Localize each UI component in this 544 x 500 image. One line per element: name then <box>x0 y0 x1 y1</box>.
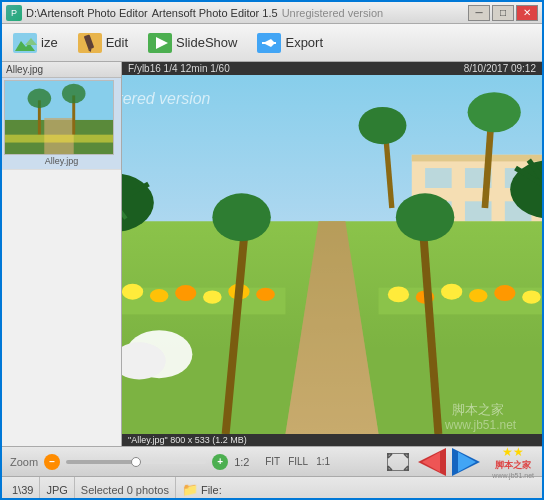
svg-point-30 <box>359 107 407 144</box>
file-section: 📁 File: <box>176 477 228 500</box>
zoom-text-label: Zoom <box>10 456 38 468</box>
app-path: D:\Artensoft Photo Editor <box>26 7 148 19</box>
thumb-label-1: Alley.jpg <box>4 155 119 167</box>
main-area: Alley.jpg Alley.jpg <box>2 62 542 446</box>
svg-point-68 <box>396 193 455 241</box>
title-bar-left: P D:\Artensoft Photo Editor Artensoft Ph… <box>6 5 383 21</box>
thumbnail-panel: Alley.jpg Alley.jpg <box>2 62 122 446</box>
svg-point-40 <box>150 289 169 302</box>
slideshow-label: SlideShow <box>176 35 237 50</box>
logo-area: ★★ 脚本之家 www.jb51.net <box>492 445 534 479</box>
svg-text:脚本之家: 脚本之家 <box>452 402 504 417</box>
zoom-fill-button[interactable]: FILL <box>288 456 308 467</box>
minimize-button[interactable]: ─ <box>468 5 490 21</box>
window-controls: ─ □ ✕ <box>468 5 538 21</box>
fullscreen-icon <box>387 453 409 471</box>
svg-marker-91 <box>458 452 476 472</box>
toolbar: ize Edit SlideShow <box>2 24 542 62</box>
zoom-slider[interactable] <box>66 460 206 464</box>
edit-label: Edit <box>106 35 128 50</box>
file-label: File: <box>201 484 222 496</box>
zoom-plus-button[interactable]: + <box>212 454 228 470</box>
selected-photos-label: Selected 0 photos <box>81 484 169 496</box>
file-format: JPG <box>40 477 74 500</box>
svg-point-48 <box>441 284 462 300</box>
svg-point-66 <box>212 193 271 241</box>
svg-rect-19 <box>5 135 113 143</box>
maximize-button[interactable]: □ <box>492 5 514 21</box>
svg-point-49 <box>469 289 488 302</box>
svg-point-46 <box>388 286 409 302</box>
zoom-minus-button[interactable]: − <box>44 454 60 470</box>
fullscreen-button[interactable] <box>384 450 412 474</box>
format-text: JPG <box>46 484 67 496</box>
photo-view: F/ylb16 1/4 12min 1/60 8/10/2017 09:12 <box>122 62 542 446</box>
photo-date: 8/10/2017 09:12 <box>464 63 536 74</box>
photo-container[interactable]: Unregistered version ★★ 脚本之家 www.jb51.ne… <box>122 75 542 434</box>
svg-rect-22 <box>412 155 542 162</box>
svg-text:www.jb51.net: www.jb51.net <box>444 418 517 432</box>
status-bar: 1\39 JPG Selected 0 photos 📁 File: <box>2 476 542 500</box>
svg-point-41 <box>175 285 196 301</box>
photo-caption: "Alley.jpg" 800 x 533 (1.2 MB) <box>122 434 542 446</box>
svg-rect-11 <box>262 42 276 44</box>
next-button[interactable] <box>452 450 480 474</box>
counter-text: 1\39 <box>12 484 33 496</box>
thumb-item-1[interactable]: Alley.jpg <box>2 78 121 170</box>
next-icon <box>452 448 480 476</box>
zoom-1to1-button[interactable]: 1:1 <box>316 456 330 467</box>
svg-point-50 <box>494 285 515 301</box>
photo-exif: F/ylb16 1/4 12min 1/60 <box>128 63 230 74</box>
svg-rect-23 <box>425 168 452 188</box>
app-icon: P <box>6 5 22 21</box>
svg-point-44 <box>256 288 275 301</box>
slideshow-button[interactable]: SlideShow <box>139 27 246 59</box>
panel-header: Alley.jpg <box>2 62 121 78</box>
logo-sub: www.jb51.net <box>492 472 534 479</box>
zoom-slider-thumb <box>131 457 141 467</box>
svg-marker-89 <box>422 452 440 472</box>
zoom-ratio: 1:2 <box>234 456 259 468</box>
logo-main: 脚本之家 <box>495 459 531 472</box>
export-icon <box>257 31 281 55</box>
prev-icon <box>418 448 446 476</box>
photo-counter: 1\39 <box>6 477 40 500</box>
svg-point-42 <box>203 290 222 303</box>
action-buttons: ★★ 脚本之家 www.jb51.net <box>384 445 534 479</box>
logo-stars: ★★ <box>502 445 524 459</box>
selected-photos: Selected 0 photos <box>75 477 176 500</box>
slideshow-icon <box>148 31 172 55</box>
organize-button[interactable]: ize <box>4 27 67 59</box>
prev-button[interactable] <box>418 450 446 474</box>
export-button[interactable]: Export <box>248 27 332 59</box>
organize-label: ize <box>41 35 58 50</box>
svg-text:Unregistered version: Unregistered version <box>122 90 211 107</box>
thumb-image-1 <box>4 80 114 155</box>
zoom-fit-button[interactable]: FIT <box>265 456 280 467</box>
zoom-bar: Zoom − + 1:2 FIT FILL 1:1 <box>2 446 542 476</box>
edit-button[interactable]: Edit <box>69 27 137 59</box>
folder-icon: 📁 <box>182 482 198 497</box>
organize-icon <box>13 31 37 55</box>
main-photo-svg: Unregistered version ★★ 脚本之家 www.jb51.ne… <box>122 75 542 434</box>
edit-icon <box>78 31 102 55</box>
export-label: Export <box>285 35 323 50</box>
app-version: Unregistered version <box>282 7 384 19</box>
thumbnail-grid[interactable]: Alley.jpg <box>2 78 121 446</box>
title-bar: P D:\Artensoft Photo Editor Artensoft Ph… <box>2 2 542 24</box>
zoom-presets: FIT FILL 1:1 <box>265 456 330 467</box>
photo-info-bar: F/ylb16 1/4 12min 1/60 8/10/2017 09:12 <box>122 62 542 75</box>
svg-point-16 <box>28 89 52 109</box>
svg-point-18 <box>62 84 86 104</box>
svg-point-32 <box>468 92 521 132</box>
svg-point-39 <box>122 284 143 300</box>
svg-point-51 <box>522 290 541 303</box>
close-button[interactable]: ✕ <box>516 5 538 21</box>
app-name: Artensoft Photo Editor 1.5 <box>152 7 278 19</box>
